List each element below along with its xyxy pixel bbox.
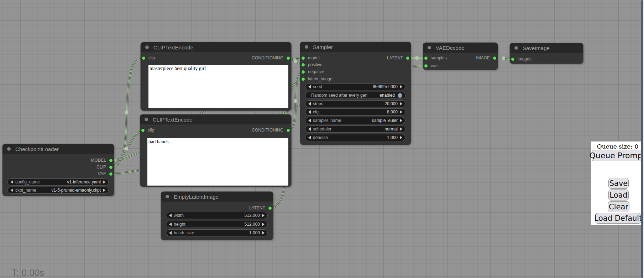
increment-arrow-icon[interactable] — [103, 180, 105, 184]
prompt-textarea[interactable]: bad hands — [147, 138, 288, 186]
decrement-arrow-icon[interactable] — [308, 102, 311, 106]
widget-cfg[interactable]: cfg 8.000 — [305, 108, 405, 116]
increment-arrow-icon[interactable] — [262, 214, 265, 217]
decrement-arrow-icon[interactable] — [11, 188, 13, 192]
decrement-arrow-icon[interactable] — [308, 85, 311, 89]
collapse-dot-icon[interactable] — [428, 46, 431, 49]
input-port-clip[interactable]: clip — [141, 127, 157, 133]
input-port-dot-icon[interactable] — [302, 57, 305, 60]
collapse-dot-icon[interactable] — [145, 46, 149, 49]
node-sampler[interactable]: Sampler model positive negative latent_i… — [300, 42, 411, 145]
output-port-dot-icon[interactable] — [287, 57, 290, 60]
load-default-button[interactable]: Load Default — [595, 213, 642, 224]
widget-config-name[interactable]: config_name v1-inference.yaml — [7, 178, 109, 186]
decrement-arrow-icon[interactable] — [308, 127, 311, 131]
link-midpoint-dot[interactable] — [502, 57, 505, 60]
widget-sampler-name[interactable]: sampler_name sample_euler — [305, 117, 405, 124]
increment-arrow-icon[interactable] — [400, 102, 402, 106]
input-port-samples[interactable]: samples — [424, 55, 450, 61]
decrement-arrow-icon[interactable] — [11, 180, 13, 184]
output-port-dot-icon[interactable] — [493, 57, 496, 60]
widget-steps[interactable]: steps 20.000 — [305, 100, 405, 107]
widget-denoise[interactable]: denoise 1.000 — [305, 134, 405, 141]
increment-arrow-icon[interactable] — [262, 223, 265, 226]
node-clip-text-encode-negative[interactable]: CLIPTextEncode clip CONDITIONING bad han… — [140, 114, 291, 187]
node-titlebar[interactable]: CLIPTextEncode — [140, 114, 291, 124]
output-port-latent[interactable]: LATENT — [246, 205, 272, 211]
widget-seed[interactable]: seed 8566257.000 — [305, 83, 405, 90]
input-port-dot-icon[interactable] — [302, 77, 305, 81]
input-port-model[interactable]: model — [302, 55, 323, 61]
increment-arrow-icon[interactable] — [400, 127, 402, 131]
scrollbar-thumb[interactable] — [641, 0, 643, 278]
clear-button[interactable]: Clear — [608, 201, 629, 212]
decrement-arrow-icon[interactable] — [308, 136, 311, 139]
node-titlebar[interactable]: VAEDecode — [423, 43, 498, 53]
collapse-dot-icon[interactable] — [7, 147, 11, 151]
collapse-dot-icon[interactable] — [305, 45, 308, 49]
output-port-dot-icon[interactable] — [109, 166, 112, 169]
decrement-arrow-icon[interactable] — [169, 223, 172, 226]
input-port-latent-image[interactable]: latent_image — [302, 76, 336, 82]
increment-arrow-icon[interactable] — [103, 188, 105, 192]
output-port-latent[interactable]: LATENT — [384, 55, 409, 61]
link-midpoint-dot[interactable] — [294, 59, 297, 63]
node-titlebar[interactable]: SaveImage — [510, 43, 583, 53]
input-port-dot-icon[interactable] — [424, 57, 428, 60]
output-port-dot-icon[interactable] — [268, 207, 272, 210]
increment-arrow-icon[interactable] — [400, 136, 402, 139]
widget-width[interactable]: width 512.000 — [166, 212, 268, 219]
decrement-arrow-icon[interactable] — [169, 231, 172, 235]
node-vae-decode[interactable]: VAEDecode samples vae IMAGE — [423, 43, 498, 70]
link-midpoint-dot[interactable] — [415, 56, 419, 60]
output-port-dot-icon[interactable] — [406, 57, 409, 60]
collapse-dot-icon[interactable] — [145, 118, 148, 121]
link-midpoint-dot[interactable] — [125, 111, 128, 114]
toggle-on-icon[interactable] — [398, 93, 402, 98]
output-port-clip[interactable]: CLIP — [93, 164, 112, 170]
increment-arrow-icon[interactable] — [400, 85, 402, 89]
increment-arrow-icon[interactable] — [400, 119, 402, 122]
prompt-textarea[interactable]: masterpiece best quality girl — [148, 65, 288, 108]
output-port-image[interactable]: IMAGE — [473, 55, 496, 61]
decrement-arrow-icon[interactable] — [308, 119, 311, 122]
queue-prompt-button[interactable]: Queue Prompt — [592, 150, 643, 161]
widget-batch-size[interactable]: batch_size 1.000 — [166, 229, 268, 236]
output-port-vae[interactable]: VAE — [95, 171, 112, 177]
link-midpoint-dot[interactable] — [125, 147, 128, 150]
node-titlebar[interactable]: Sampler — [300, 42, 411, 52]
input-port-positive[interactable]: positive — [302, 62, 326, 68]
input-port-images[interactable]: images — [511, 56, 535, 62]
widget-random-seed-toggle[interactable]: Random seed after every gen enabled — [305, 92, 405, 99]
output-port-dot-icon[interactable] — [109, 159, 112, 162]
input-port-dot-icon[interactable] — [142, 57, 145, 60]
page-scrollbar[interactable] — [641, 0, 644, 278]
node-titlebar[interactable]: EmptyLatentImage — [161, 192, 273, 202]
input-port-clip[interactable]: clip — [142, 55, 158, 61]
node-empty-latent-image[interactable]: EmptyLatentImage LATENT width 512.000 he… — [161, 192, 273, 240]
save-button[interactable]: Save — [608, 178, 629, 189]
load-button[interactable]: Load — [608, 189, 629, 201]
input-port-dot-icon[interactable] — [302, 70, 305, 74]
input-port-dot-icon[interactable] — [302, 63, 305, 66]
collapse-dot-icon[interactable] — [514, 46, 518, 50]
widget-scheduler[interactable]: scheduler normal — [305, 125, 405, 133]
decrement-arrow-icon[interactable] — [308, 110, 311, 114]
node-save-image[interactable]: SaveImage images — [510, 43, 583, 64]
input-port-dot-icon[interactable] — [511, 58, 514, 61]
input-port-dot-icon[interactable] — [424, 64, 428, 68]
node-titlebar[interactable]: CheckpointLoader — [2, 144, 114, 154]
input-port-negative[interactable]: negative — [302, 69, 327, 75]
output-port-conditioning[interactable]: CONDITIONING — [248, 127, 290, 133]
node-titlebar[interactable]: CLIPTextEncode — [141, 42, 291, 52]
node-clip-text-encode-positive[interactable]: CLIPTextEncode clip CONDITIONING masterp… — [141, 42, 291, 111]
output-port-dot-icon[interactable] — [109, 172, 112, 176]
increment-arrow-icon[interactable] — [400, 110, 402, 114]
widget-height[interactable]: height 512.000 — [166, 221, 268, 228]
input-port-dot-icon[interactable] — [141, 129, 145, 132]
collapse-dot-icon[interactable] — [166, 195, 169, 198]
increment-arrow-icon[interactable] — [262, 231, 265, 235]
link-midpoint-dot[interactable] — [294, 99, 297, 103]
input-port-vae[interactable]: vae — [424, 63, 441, 69]
decrement-arrow-icon[interactable] — [169, 214, 172, 217]
